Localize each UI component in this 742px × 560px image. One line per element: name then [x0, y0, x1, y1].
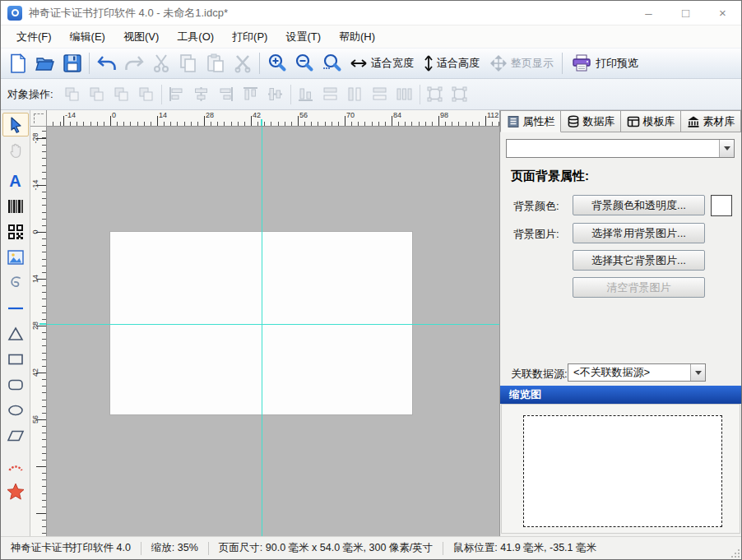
triangle-tool-button[interactable] — [2, 322, 29, 345]
tab-properties[interactable]: 属性栏 — [500, 110, 561, 132]
barcode-tool-button[interactable] — [2, 194, 29, 218]
same-size-button[interactable] — [368, 82, 392, 107]
ungroup-button[interactable] — [448, 82, 472, 107]
align-top-icon — [241, 85, 260, 104]
text-tool-button[interactable]: A — [2, 169, 29, 192]
same-height-button[interactable] — [343, 82, 368, 107]
rectangle-tool-button[interactable] — [2, 347, 29, 371]
paste-button[interactable] — [202, 50, 229, 76]
zoom-out-icon — [294, 53, 315, 74]
arc-text-tool-button[interactable] — [2, 454, 29, 478]
curve-tool-button[interactable] — [2, 271, 29, 294]
align-bottom-button[interactable] — [294, 82, 318, 107]
design-canvas[interactable] — [47, 127, 499, 536]
bring-to-front-button[interactable] — [60, 82, 85, 107]
delete-icon — [232, 53, 253, 74]
same-width-button[interactable] — [318, 82, 343, 107]
pointer-icon — [7, 116, 25, 134]
align-center-vertical-button[interactable] — [263, 82, 288, 107]
cut-icon — [151, 53, 172, 74]
equal-spacing-button[interactable] — [392, 82, 417, 107]
datasource-combobox[interactable]: <不关联数据源> — [568, 363, 706, 382]
menu-settings[interactable]: 设置(T) — [276, 26, 330, 48]
qrcode-icon — [7, 223, 25, 241]
zoom-out-button[interactable] — [290, 50, 318, 76]
toolbar-separator — [161, 85, 162, 104]
bg-color-swatch[interactable] — [711, 195, 732, 216]
bring-forward-button[interactable] — [109, 82, 134, 107]
minimize-button[interactable]: – — [630, 1, 667, 25]
zoom-in-button[interactable] — [263, 50, 290, 76]
tab-materials[interactable]: 素材库 — [681, 110, 741, 132]
combobox-dropdown-button[interactable] — [719, 140, 734, 157]
undo-button[interactable] — [93, 50, 120, 76]
hand-tool-button[interactable] — [2, 138, 29, 162]
object-selector-combobox[interactable] — [506, 139, 735, 158]
parallelogram-tool-button[interactable] — [2, 423, 29, 447]
fit-width-button[interactable]: 适合宽度 — [345, 50, 419, 76]
fit-page-icon — [489, 54, 508, 72]
ruler-h-number: 98 — [440, 111, 448, 119]
select-common-bg-image-button[interactable]: 选择常用背景图片... — [573, 223, 705, 243]
title-bar: 神奇证卡证书打印软件 4.0 - 未命名1.idcp* – □ × — [1, 1, 741, 25]
send-backward-button[interactable] — [134, 82, 159, 107]
star-tool-button[interactable] — [2, 479, 29, 503]
redo-button[interactable] — [120, 50, 147, 76]
rounded-rectangle-icon — [7, 376, 25, 394]
copy-button[interactable] — [174, 50, 202, 76]
select-tool-button[interactable] — [2, 113, 29, 137]
toolbar-separator — [420, 85, 420, 104]
align-top-button[interactable] — [239, 82, 263, 107]
chevron-down-icon[interactable] — [690, 364, 705, 381]
send-to-back-button[interactable] — [85, 82, 109, 107]
rounded-rectangle-tool-button[interactable] — [2, 373, 29, 396]
same-size-icon — [370, 85, 389, 104]
menu-file[interactable]: 文件(F) — [7, 26, 61, 48]
print-preview-button[interactable]: 打印预览 — [566, 50, 643, 76]
group-button[interactable] — [423, 82, 448, 107]
tab-database[interactable]: 数据库 — [561, 110, 621, 132]
new-button[interactable] — [4, 50, 31, 76]
menu-edit[interactable]: 编辑(E) — [61, 26, 114, 48]
align-center-horizontal-button[interactable] — [189, 82, 214, 107]
qrcode-tool-button[interactable] — [2, 220, 29, 243]
select-other-bg-image-button[interactable]: 选择其它背景图片... — [573, 250, 705, 271]
bg-color-label: 背景颜色: — [513, 199, 559, 214]
hand-icon — [7, 141, 25, 160]
maximize-button[interactable]: □ — [667, 1, 704, 25]
fit-page-button[interactable]: 整页显示 — [485, 50, 559, 76]
line-tool-button[interactable] — [2, 296, 29, 320]
fit-height-button[interactable]: 适合高度 — [419, 50, 485, 76]
app-window: 神奇证卡证书打印软件 4.0 - 未命名1.idcp* – □ × 文件(F) … — [0, 0, 742, 560]
image-tool-button[interactable] — [2, 245, 29, 269]
resize-grip[interactable] — [730, 548, 740, 558]
curve-icon — [7, 274, 25, 292]
cut-button[interactable] — [147, 50, 174, 76]
rectangle-icon — [7, 350, 25, 368]
align-left-button[interactable] — [165, 82, 189, 107]
menu-view[interactable]: 视图(V) — [114, 26, 168, 48]
save-button[interactable] — [58, 50, 86, 76]
menu-help[interactable]: 帮助(H) — [330, 26, 384, 48]
menu-bar: 文件(F) 编辑(E) 视图(V) 工具(O) 打印(P) 设置(T) 帮助(H… — [1, 25, 741, 48]
ruler-v-number: -28 — [30, 131, 40, 146]
datasource-value: <不关联数据源> — [568, 365, 690, 380]
guide-marker-vertical-ruler — [39, 323, 46, 325]
bg-color-button[interactable]: 背景颜色和透明度... — [573, 195, 705, 215]
zoom-custom-button[interactable] — [318, 50, 345, 76]
menu-print[interactable]: 打印(P) — [223, 26, 276, 48]
close-button[interactable]: × — [704, 1, 741, 25]
ruler-h-number: 28 — [206, 111, 214, 119]
ellipse-tool-button[interactable] — [2, 398, 29, 422]
clear-bg-image-button[interactable]: 清空背景图片 — [573, 277, 705, 298]
open-button[interactable] — [31, 50, 58, 76]
align-right-button[interactable] — [214, 82, 239, 107]
ruler-h-number: 14 — [159, 111, 167, 119]
right-panel: 属性栏 数据库 模板库 素材库 页面背景属性: — [499, 110, 741, 536]
menu-tools[interactable]: 工具(O) — [168, 26, 223, 48]
horizontal-ruler: -14014284256708498112 — [47, 110, 499, 127]
tab-templates[interactable]: 模板库 — [621, 110, 681, 132]
new-document-icon — [7, 53, 29, 74]
open-folder-icon — [35, 53, 56, 74]
delete-button[interactable] — [229, 50, 256, 76]
